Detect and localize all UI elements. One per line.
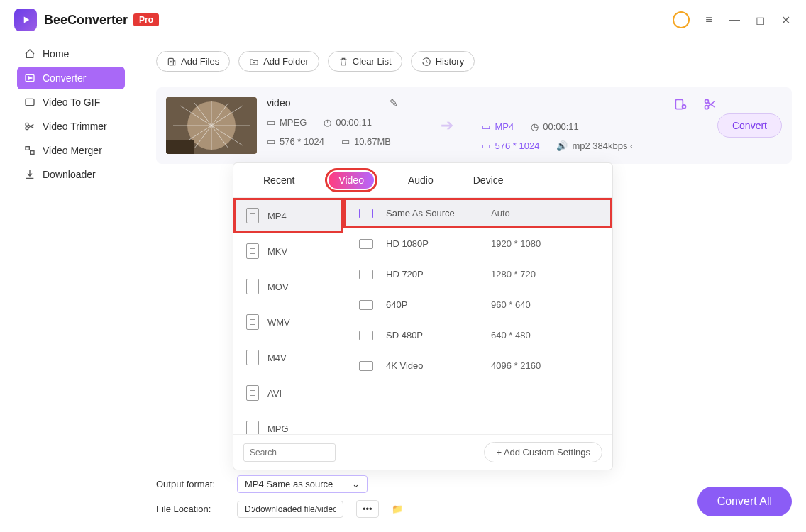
format-item-mp4[interactable]: MP4 [233,198,343,233]
sidebar-item-video-to-gif[interactable]: Video To GIF [17,91,125,113]
svg-rect-6 [26,147,29,150]
format-popup: Recent Video Audio Device MP4 MKV MOV WM… [233,162,613,470]
output-format-select[interactable]: MP4 Same as source⌄ [237,475,368,493]
sidebar-item-label: Downloader [43,169,96,180]
file-icon [246,421,259,434]
video-thumbnail[interactable] [166,97,257,154]
sidebar-item-home[interactable]: Home [17,43,125,65]
audio-icon: 🔊 [556,140,568,151]
resolution-item-640p[interactable]: 640P960 * 640 [343,289,612,320]
resolution-list[interactable]: Same As SourceAuto HD 1080P1920 * 1080 H… [343,198,612,434]
edit-icon[interactable]: ✎ [390,97,398,109]
settings-icon[interactable] [673,97,688,111]
svg-point-27 [705,106,708,109]
add-files-button[interactable]: Add Files [156,51,230,72]
clock-icon: ◷ [324,117,331,128]
add-folder-button[interactable]: Add Folder [238,51,319,72]
menu-icon[interactable]: ≡ [702,13,715,26]
format-item-mov[interactable]: MOV [233,269,343,304]
out-format: MP4 [495,121,514,132]
size-icon: ▭ [341,136,350,147]
chevron-down-icon: ⌄ [352,479,360,489]
file-location-label: File Location: [156,504,224,514]
format-item-m4v[interactable]: M4V [233,340,343,375]
pro-badge: Pro [133,13,159,26]
gif-icon [24,96,35,108]
convert-all-button[interactable]: Convert All [697,487,792,516]
src-format: MPEG [280,117,307,128]
tab-audio[interactable]: Audio [402,172,439,189]
sidebar-item-video-merger[interactable]: Video Merger [17,139,125,162]
format-search-input[interactable] [243,443,336,462]
sidebar-item-label: Video Merger [43,145,102,156]
history-button[interactable]: History [411,51,475,72]
tab-video[interactable]: Video [329,172,374,189]
minimize-icon[interactable]: — [728,13,741,26]
src-size: 10.67MB [354,136,391,147]
svg-point-25 [682,105,685,109]
output-format-label: Output format: [156,479,224,489]
format-item-avi[interactable]: AVI [233,375,343,411]
sidebar-item-label: Video Trimmer [43,121,107,132]
app-logo [14,9,37,31]
video-icon [359,239,373,249]
format-item-mkv[interactable]: MKV [233,233,343,269]
folder-open-icon[interactable]: 📁 [392,504,403,514]
clear-list-button[interactable]: Clear List [328,51,402,72]
merger-icon [24,145,35,156]
resolution-item-720p[interactable]: HD 720P1280 * 720 [343,259,612,289]
resolution-item-480p[interactable]: SD 480P640 * 480 [343,320,612,350]
file-icon [246,279,259,294]
video-name: video [267,97,290,109]
trimmer-icon [24,121,35,132]
cut-icon[interactable] [703,97,717,111]
video-icon [359,270,373,279]
out-dims: 576 * 1024 [495,140,539,151]
sidebar-item-downloader[interactable]: Downloader [17,163,125,186]
sidebar: Home Converter Video To GIF Video Trimme… [0,40,142,190]
sidebar-item-video-trimmer[interactable]: Video Trimmer [17,115,125,138]
user-avatar-icon[interactable] [673,11,690,28]
video-item-card: video✎ ▭MPEG ◷00:00:11 ▭576 * 1024 ▭10.6… [156,87,792,164]
file-icon [246,350,259,365]
file-location-field[interactable]: D:/downloaded file/video/ [237,501,343,518]
video-icon [359,300,373,310]
out-format-icon: ▭ [482,121,490,132]
format-item-mpg[interactable]: MPG [233,411,343,434]
video-icon [359,361,373,371]
svg-rect-23 [166,140,194,154]
download-icon [24,169,35,180]
sidebar-item-label: Video To GIF [43,96,100,108]
resolution-item-4k[interactable]: 4K Video4096 * 2160 [343,350,612,381]
more-button[interactable]: ••• [356,500,379,518]
tab-device[interactable]: Device [468,172,509,189]
home-icon [24,48,35,60]
sidebar-item-label: Converter [43,72,86,84]
popup-footer: + Add Custom Settings [233,434,612,470]
svg-point-5 [26,127,28,130]
bottom-bar: Output format: MP4 Same as source⌄ File … [142,475,806,525]
tab-recent[interactable]: Recent [258,172,300,189]
close-icon[interactable]: ✕ [779,13,792,27]
svg-point-4 [26,123,28,126]
format-list[interactable]: MP4 MKV MOV WMV M4V AVI MPG [233,198,343,434]
format-item-wmv[interactable]: WMV [233,304,343,340]
out-audio: mp2 384kbps ‹ [572,140,633,151]
add-custom-settings-button[interactable]: + Add Custom Settings [484,442,602,462]
sidebar-item-converter[interactable]: Converter [17,67,125,89]
clock-icon: ◷ [531,121,539,132]
out-dims-icon: ▭ [482,140,490,151]
file-icon [246,243,259,259]
app-name: BeeConverter [44,13,128,28]
popup-tabs: Recent Video Audio Device [233,163,612,198]
resolution-item-1080p[interactable]: HD 1080P1920 * 1080 [343,228,612,259]
svg-marker-2 [29,77,32,79]
resolution-item-same[interactable]: Same As SourceAuto [343,198,612,228]
dims-icon: ▭ [267,136,275,147]
maximize-icon[interactable]: ◻ [753,13,766,27]
toolbar: Add Files Add Folder Clear List History [156,51,792,72]
file-icon [246,385,259,401]
svg-rect-3 [26,99,34,105]
sidebar-item-label: Home [43,48,69,60]
convert-button[interactable]: Convert [717,113,782,138]
